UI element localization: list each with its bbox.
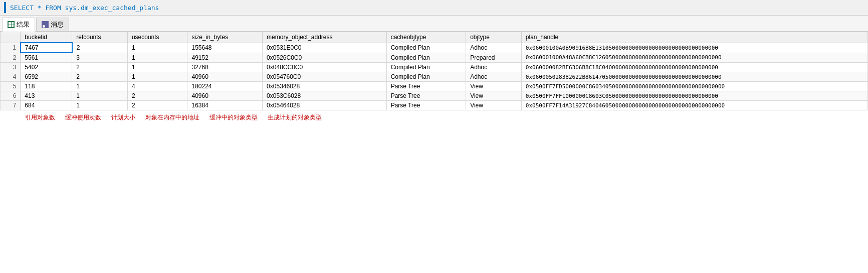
cell-size_in_bytes[interactable]: 16384 [187, 101, 263, 110]
table-header: bucketid refcounts usecounts size_in_byt… [1, 32, 868, 43]
row-number: 1 [1, 43, 21, 53]
cell-refcounts[interactable]: 2 [72, 43, 128, 53]
cell-objtype[interactable]: View [466, 91, 522, 101]
cell-bucketid[interactable]: 5561 [21, 53, 72, 63]
annotation-item: 缓冲中的对象类型 [209, 113, 258, 122]
row-number: 3 [1, 63, 21, 72]
annotation-item: 引用对象数 [25, 113, 55, 122]
table-row[interactable]: 768412163840x05464028Parse TreeView0x050… [1, 101, 868, 110]
cell-memory_object_address[interactable]: 0x0526C0C0 [263, 53, 387, 63]
cell-cacheobjtype[interactable]: Parse Tree [386, 101, 466, 110]
cell-memory_object_address[interactable]: 0x05464028 [263, 101, 387, 110]
cell-objtype[interactable]: Adhoc [466, 43, 522, 53]
results-icon [8, 21, 15, 28]
cell-bucketid[interactable]: 7467 [21, 43, 72, 53]
sql-bar: SELECT * FROM sys.dm_exec_cached_plans [0, 0, 868, 16]
cell-objtype[interactable]: View [466, 82, 522, 91]
cell-cacheobjtype[interactable]: Compiled Plan [386, 72, 466, 82]
cell-refcounts[interactable]: 1 [72, 101, 128, 110]
cell-plan_handle[interactable]: 0x060001000A48A60CB8C1260500000000000000… [521, 53, 867, 63]
cell-size_in_bytes[interactable]: 40960 [187, 91, 263, 101]
col-refcounts[interactable]: refcounts [72, 32, 128, 43]
table-body: 17467211556480x0531E0C0Compiled PlanAdho… [1, 43, 868, 110]
table-row[interactable]: 641312409600x053C6028Parse TreeView0x050… [1, 91, 868, 101]
table-row[interactable]: 17467211556480x0531E0C0Compiled PlanAdho… [1, 43, 868, 53]
cell-usecounts[interactable]: 2 [127, 91, 187, 101]
cell-cacheobjtype[interactable]: Parse Tree [386, 91, 466, 101]
cell-usecounts[interactable]: 1 [127, 53, 187, 63]
annotation-item: 缓冲使用次数 [65, 113, 101, 122]
cell-usecounts[interactable]: 4 [127, 82, 187, 91]
annotation-item: 生成计划的对象类型 [268, 113, 322, 122]
row-number: 4 [1, 72, 21, 82]
cell-plan_handle[interactable]: 0x06000100A0B90916B8E1310500000000000000… [521, 43, 867, 53]
cell-objtype[interactable]: Adhoc [466, 63, 522, 72]
table-row[interactable]: 2556131491520x0526C0C0Compiled PlanPrepa… [1, 53, 868, 63]
tab-messages-label: 消息 [51, 20, 64, 29]
cell-objtype[interactable]: Adhoc [466, 72, 522, 82]
cell-cacheobjtype[interactable]: Compiled Plan [386, 63, 466, 72]
cell-bucketid[interactable]: 413 [21, 91, 72, 101]
col-cacheobjtype[interactable]: cacheobjtype [386, 32, 466, 43]
cell-refcounts[interactable]: 1 [72, 91, 128, 101]
cell-size_in_bytes[interactable]: 155648 [187, 43, 263, 53]
cell-objtype[interactable]: View [466, 101, 522, 110]
row-number: 6 [1, 91, 21, 101]
annotation-item: 计划大小 [111, 113, 135, 122]
cell-usecounts[interactable]: 1 [127, 63, 187, 72]
cell-refcounts[interactable]: 3 [72, 53, 128, 63]
messages-icon [42, 21, 49, 28]
row-number: 2 [1, 53, 21, 63]
cell-memory_object_address[interactable]: 0x05346028 [263, 82, 387, 91]
table-row[interactable]: 5118141802240x05346028Parse TreeView0x05… [1, 82, 868, 91]
row-number: 7 [1, 101, 21, 110]
col-usecounts[interactable]: usecounts [127, 32, 187, 43]
cell-memory_object_address[interactable]: 0x054760C0 [263, 72, 387, 82]
cell-plan_handle[interactable]: 0x060005028382622B8614705000000000000000… [521, 72, 867, 82]
cell-size_in_bytes[interactable]: 32768 [187, 63, 263, 72]
cell-size_in_bytes[interactable]: 49152 [187, 53, 263, 63]
results-table: bucketid refcounts usecounts size_in_byt… [0, 32, 868, 110]
tab-results[interactable]: 结果 [2, 18, 35, 32]
cell-bucketid[interactable]: 5402 [21, 63, 72, 72]
col-objtype[interactable]: objtype [466, 32, 522, 43]
row-number: 5 [1, 82, 21, 91]
cell-objtype[interactable]: Prepared [466, 53, 522, 63]
cell-refcounts[interactable]: 1 [72, 82, 128, 91]
annotation-item: 对象在内存中的地址 [145, 113, 199, 122]
col-memory_object_address[interactable]: memory_object_address [263, 32, 387, 43]
table-row[interactable]: 4659221409600x054760C0Compiled PlanAdhoc… [1, 72, 868, 82]
cell-size_in_bytes[interactable]: 180224 [187, 82, 263, 91]
cell-cacheobjtype[interactable]: Parse Tree [386, 82, 466, 91]
results-table-container[interactable]: bucketid refcounts usecounts size_in_byt… [0, 32, 868, 110]
table-row[interactable]: 3540221327680x048CC0C0Compiled PlanAdhoc… [1, 63, 868, 72]
cell-memory_object_address[interactable]: 0x053C6028 [263, 91, 387, 101]
cell-plan_handle[interactable]: 0x0500FF7FD5000000C860340500000000000000… [521, 82, 867, 91]
annotation-bar: 引用对象数缓冲使用次数计划大小对象在内存中的地址缓冲中的对象类型生成计划的对象类… [0, 110, 868, 124]
col-size_in_bytes[interactable]: size_in_bytes [187, 32, 263, 43]
cell-usecounts[interactable]: 2 [127, 101, 187, 110]
cell-plan_handle[interactable]: 0x060000082BF6306B8C18C04000000000000000… [521, 63, 867, 72]
sql-bar-indicator [4, 2, 6, 13]
cell-usecounts[interactable]: 1 [127, 43, 187, 53]
cell-size_in_bytes[interactable]: 40960 [187, 72, 263, 82]
cell-usecounts[interactable]: 1 [127, 72, 187, 82]
cell-bucketid[interactable]: 684 [21, 101, 72, 110]
cell-memory_object_address[interactable]: 0x0531E0C0 [263, 43, 387, 53]
cell-plan_handle[interactable]: 0x0500FF7F14A31927C840460500000000000000… [521, 101, 867, 110]
tab-bar: 结果 消息 [0, 16, 868, 32]
cell-memory_object_address[interactable]: 0x048CC0C0 [263, 63, 387, 72]
cell-bucketid[interactable]: 6592 [21, 72, 72, 82]
cell-cacheobjtype[interactable]: Compiled Plan [386, 53, 466, 63]
tab-results-label: 结果 [17, 20, 30, 29]
col-plan_handle[interactable]: plan_handle [521, 32, 867, 43]
cell-refcounts[interactable]: 2 [72, 72, 128, 82]
cell-bucketid[interactable]: 118 [21, 82, 72, 91]
tab-messages[interactable]: 消息 [36, 18, 69, 31]
cell-cacheobjtype[interactable]: Compiled Plan [386, 43, 466, 53]
col-rownum [1, 32, 21, 43]
sql-code: SELECT * FROM sys.dm_exec_cached_plans [10, 4, 159, 12]
cell-plan_handle[interactable]: 0x0500FF7FF1000000C8603C0500000000000000… [521, 91, 867, 101]
cell-refcounts[interactable]: 2 [72, 63, 128, 72]
col-bucketid[interactable]: bucketid [21, 32, 72, 43]
